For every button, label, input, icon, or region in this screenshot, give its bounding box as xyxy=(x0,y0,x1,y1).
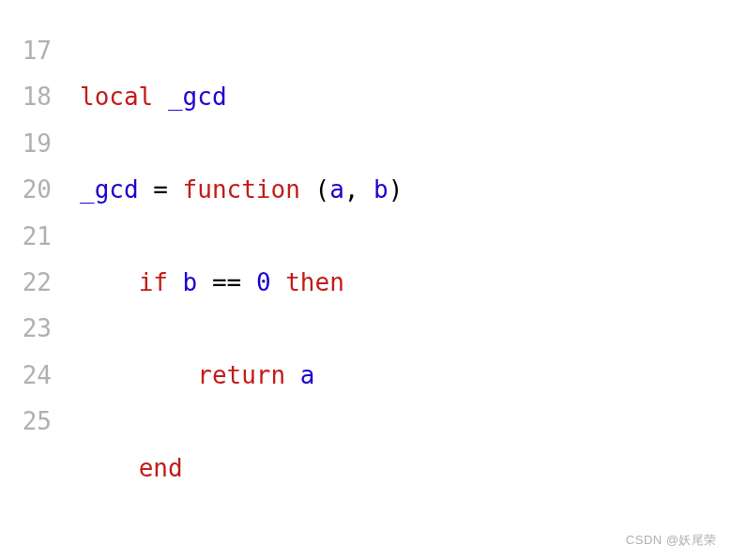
keyword-end: end xyxy=(139,454,183,482)
line-number: 21 xyxy=(19,214,52,260)
number-zero: 0 xyxy=(256,268,271,296)
param-a: a xyxy=(329,175,344,204)
operator-eqeq: == xyxy=(197,268,256,296)
line-number: 23 xyxy=(19,306,52,352)
line-number: 18 xyxy=(19,74,52,120)
operator-assign: = xyxy=(139,175,183,204)
code-line: end xyxy=(80,446,713,492)
line-number: 19 xyxy=(19,121,52,167)
line-number-gutter: 17 18 19 20 21 22 23 24 25 xyxy=(19,28,80,560)
keyword-then: then xyxy=(285,268,344,296)
code-content: local _gcd _gcd = function (a, b) if b =… xyxy=(80,28,713,560)
keyword-function: function xyxy=(183,175,300,204)
comma: , xyxy=(344,175,374,204)
paren-close: ) xyxy=(389,175,404,204)
line-number: 22 xyxy=(19,260,52,306)
line-number: 24 xyxy=(19,353,52,399)
code-line: if b == 0 then xyxy=(80,260,713,306)
line-number: 25 xyxy=(19,399,52,445)
space xyxy=(153,83,168,111)
identifier-a: a xyxy=(300,361,315,389)
code-line: local _gcd xyxy=(80,74,713,120)
code-line: _gcd = function (a, b) xyxy=(80,167,713,213)
watermark: CSDN @妖尾荣 xyxy=(626,529,717,552)
code-line: return a xyxy=(80,353,713,399)
identifier-b: b xyxy=(183,268,198,296)
paren-open: ( xyxy=(300,175,329,204)
identifier-gcd: _gcd xyxy=(168,83,227,111)
keyword-local: local xyxy=(80,83,153,111)
param-b: b xyxy=(374,175,389,204)
identifier-gcd: _gcd xyxy=(80,175,139,204)
line-number: 17 xyxy=(19,28,52,74)
line-number: 20 xyxy=(19,167,52,213)
code-block: 17 18 19 20 21 22 23 24 25 local _gcd _g… xyxy=(19,28,713,560)
keyword-return: return xyxy=(197,361,285,389)
keyword-if: if xyxy=(139,268,168,296)
